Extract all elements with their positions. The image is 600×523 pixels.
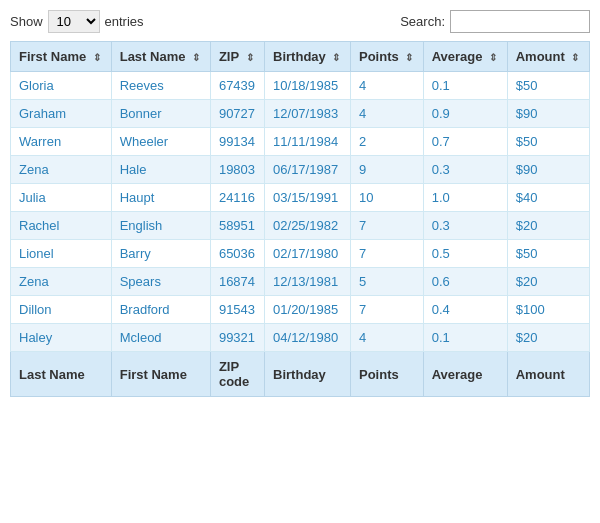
cell-first_name: Dillon [11,296,112,324]
cell-average: 0.4 [423,296,507,324]
col-first-name[interactable]: First Name ⇕ [11,42,112,72]
table-row: JuliaHaupt2411603/15/1991101.0$40 [11,184,590,212]
search-label: Search: [400,14,445,29]
cell-zip: 24116 [210,184,264,212]
table-row: DillonBradford9154301/20/198570.4$100 [11,296,590,324]
footer-first-name: First Name [111,352,210,397]
cell-birthday: 04/12/1980 [265,324,351,352]
cell-zip: 90727 [210,100,264,128]
show-entries: Show 10 25 50 100 entries [10,10,144,33]
footer-amount: Amount [507,352,589,397]
table-row: HaleyMcleod9932104/12/198040.1$20 [11,324,590,352]
cell-last_name: Mcleod [111,324,210,352]
search-input[interactable] [450,10,590,33]
cell-birthday: 11/11/1984 [265,128,351,156]
cell-birthday: 02/25/1982 [265,212,351,240]
table-row: GloriaReeves6743910/18/198540.1$50 [11,72,590,100]
cell-average: 0.1 [423,72,507,100]
table-row: ZenaHale1980306/17/198790.3$90 [11,156,590,184]
sort-icon-amount: ⇕ [571,52,579,63]
footer-row: Last Name First Name ZIPcode Birthday Po… [11,352,590,397]
cell-amount: $20 [507,324,589,352]
cell-first_name: Gloria [11,72,112,100]
cell-last_name: Haupt [111,184,210,212]
cell-average: 0.5 [423,240,507,268]
table-row: ZenaSpears1687412/13/198150.6$20 [11,268,590,296]
footer-zip: ZIPcode [210,352,264,397]
cell-last_name: Bonner [111,100,210,128]
cell-zip: 99134 [210,128,264,156]
cell-points: 7 [351,296,424,324]
cell-amount: $50 [507,240,589,268]
cell-zip: 91543 [210,296,264,324]
cell-birthday: 12/07/1983 [265,100,351,128]
cell-last_name: Bradford [111,296,210,324]
cell-zip: 16874 [210,268,264,296]
footer-birthday: Birthday [265,352,351,397]
cell-birthday: 03/15/1991 [265,184,351,212]
cell-average: 0.1 [423,324,507,352]
cell-first_name: Zena [11,268,112,296]
search-box: Search: [400,10,590,33]
cell-zip: 58951 [210,212,264,240]
cell-zip: 67439 [210,72,264,100]
sort-icon-last-name: ⇕ [192,52,200,63]
top-controls: Show 10 25 50 100 entries Search: [10,10,590,33]
cell-last_name: Barry [111,240,210,268]
cell-last_name: Spears [111,268,210,296]
sort-icon-first-name: ⇕ [93,52,101,63]
data-table: First Name ⇕ Last Name ⇕ ZIP ⇕ Birthday … [10,41,590,397]
cell-points: 10 [351,184,424,212]
col-amount[interactable]: Amount ⇕ [507,42,589,72]
sort-icon-points: ⇕ [405,52,413,63]
cell-points: 7 [351,212,424,240]
sort-icon-zip: ⇕ [246,52,254,63]
sort-icon-birthday: ⇕ [332,52,340,63]
cell-birthday: 01/20/1985 [265,296,351,324]
cell-first_name: Graham [11,100,112,128]
cell-amount: $20 [507,212,589,240]
cell-birthday: 12/13/1981 [265,268,351,296]
cell-first_name: Haley [11,324,112,352]
table-row: RachelEnglish5895102/25/198270.3$20 [11,212,590,240]
cell-amount: $50 [507,72,589,100]
cell-average: 0.9 [423,100,507,128]
cell-first_name: Julia [11,184,112,212]
cell-first_name: Rachel [11,212,112,240]
col-average[interactable]: Average ⇕ [423,42,507,72]
cell-points: 4 [351,100,424,128]
cell-amount: $100 [507,296,589,324]
cell-last_name: Hale [111,156,210,184]
cell-birthday: 06/17/1987 [265,156,351,184]
cell-amount: $90 [507,156,589,184]
cell-points: 4 [351,324,424,352]
cell-zip: 19803 [210,156,264,184]
cell-average: 0.3 [423,156,507,184]
footer-points: Points [351,352,424,397]
entries-select[interactable]: 10 25 50 100 [48,10,100,33]
header-row: First Name ⇕ Last Name ⇕ ZIP ⇕ Birthday … [11,42,590,72]
cell-birthday: 10/18/1985 [265,72,351,100]
table-row: LionelBarry6503602/17/198070.5$50 [11,240,590,268]
cell-points: 7 [351,240,424,268]
cell-last_name: Reeves [111,72,210,100]
cell-zip: 99321 [210,324,264,352]
cell-amount: $90 [507,100,589,128]
col-birthday[interactable]: Birthday ⇕ [265,42,351,72]
cell-points: 4 [351,72,424,100]
cell-last_name: Wheeler [111,128,210,156]
col-last-name[interactable]: Last Name ⇕ [111,42,210,72]
cell-points: 9 [351,156,424,184]
cell-first_name: Lionel [11,240,112,268]
show-label: Show [10,14,43,29]
cell-amount: $20 [507,268,589,296]
footer-average: Average [423,352,507,397]
footer-last-name: Last Name [11,352,112,397]
sort-icon-average: ⇕ [489,52,497,63]
cell-last_name: English [111,212,210,240]
cell-amount: $40 [507,184,589,212]
cell-average: 0.7 [423,128,507,156]
col-points[interactable]: Points ⇕ [351,42,424,72]
cell-points: 5 [351,268,424,296]
col-zip[interactable]: ZIP ⇕ [210,42,264,72]
